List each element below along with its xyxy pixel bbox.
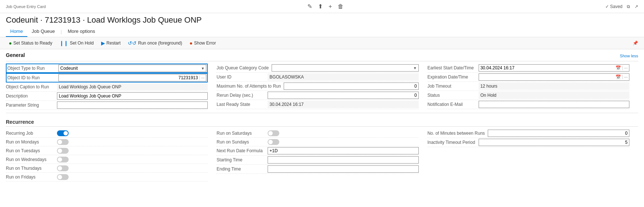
rerun-delay-input-wrap	[268, 92, 418, 99]
expiration-label: Expiration Date/Time	[428, 74, 479, 80]
no-minutes-field: No. of Minutes between Runs	[428, 129, 629, 138]
run-tuesdays-field: Run on Tuesdays	[6, 146, 208, 155]
description-input[interactable]	[57, 93, 207, 99]
user-id-label: User ID	[216, 74, 268, 80]
nav-tabs: Home Job Queue | More options	[0, 26, 644, 37]
run-thursdays-label: Run on Thursdays	[6, 166, 57, 171]
show-less-button[interactable]: Show less	[620, 54, 638, 58]
object-id-field: Object ID to Run ···	[6, 73, 208, 83]
expiration-input[interactable]	[479, 74, 614, 80]
show-error-button[interactable]: ● Show Error	[187, 39, 219, 47]
object-id-input[interactable]	[59, 74, 199, 81]
description-input-wrap	[57, 92, 208, 100]
set-status-ready-label: Set Status to Ready	[13, 41, 52, 46]
inactivity-timeout-input[interactable]	[479, 139, 629, 146]
run-thursdays-slider	[57, 165, 69, 171]
run-tuesdays-label: Run on Tuesdays	[6, 148, 57, 153]
edit-icon[interactable]: ✎	[307, 3, 312, 10]
expiration-ellipsis[interactable]: ···	[622, 75, 629, 79]
inactivity-timeout-field: Inactivity Timeout Period	[428, 138, 629, 147]
next-run-formula-label: Next Run Date Formula	[216, 148, 268, 153]
set-on-hold-label: Set On Hold	[70, 41, 93, 46]
pin-icon[interactable]: 📌	[633, 41, 638, 46]
rerun-delay-label: Rerun Delay (sec.)	[216, 93, 268, 98]
tab-more-options[interactable]: More options	[63, 26, 99, 37]
ending-time-input-wrap	[268, 165, 418, 173]
saved-label: ✓ Saved	[605, 4, 622, 9]
expiration-calendar-icon[interactable]: 📅	[614, 74, 622, 80]
no-minutes-input-wrap	[488, 130, 629, 137]
job-timeout-input	[479, 83, 629, 90]
inactivity-timeout-label: Inactivity Timeout Period	[428, 140, 479, 145]
run-fridays-toggle[interactable]	[57, 174, 69, 180]
ending-time-input[interactable]	[268, 166, 418, 172]
expiration-field: Expiration Date/Time 📅 ···	[428, 73, 629, 82]
set-status-ready-icon: ●	[9, 40, 12, 46]
max-attempts-input[interactable]	[284, 83, 418, 89]
window-restore-icon[interactable]: ⧉	[627, 4, 630, 9]
run-saturdays-toggle[interactable]	[268, 130, 279, 136]
object-id-ellipsis[interactable]: ···	[199, 76, 206, 80]
next-run-formula-input[interactable]	[268, 147, 418, 154]
status-input	[479, 92, 629, 99]
earliest-start-input-wrap: 📅 ···	[479, 64, 629, 72]
run-once-button[interactable]: ↺↺ Run once (foreground)	[125, 39, 185, 47]
rerun-delay-input[interactable]	[268, 92, 418, 99]
parameter-string-input[interactable]	[57, 102, 207, 108]
earliest-start-ellipsis[interactable]: ···	[622, 66, 629, 70]
job-queue-category-arrow: ▼	[412, 66, 418, 70]
run-tuesdays-toggle[interactable]	[57, 148, 69, 154]
parameter-string-label: Parameter String	[6, 103, 57, 108]
job-queue-category-select[interactable]	[272, 65, 412, 71]
run-thursdays-toggle[interactable]	[57, 165, 69, 171]
earliest-start-label: Earliest Start Date/Time	[428, 65, 479, 70]
action-bar: ● Set Status to Ready ❙❙ Set On Hold ▶ R…	[0, 37, 644, 49]
run-tuesdays-slider	[57, 148, 69, 154]
restart-button[interactable]: ▶ Restart	[98, 39, 124, 47]
set-on-hold-button[interactable]: ❙❙ Set On Hold	[57, 39, 96, 47]
parameter-string-field: Parameter String	[6, 101, 208, 110]
object-type-label: Object Type to Run	[7, 66, 58, 71]
object-id-label: Object ID to Run	[7, 75, 58, 80]
earliest-start-calendar-icon[interactable]: 📅	[614, 65, 622, 70]
max-attempts-label: Maximum No. of Attempts to Run	[216, 84, 284, 89]
tab-home[interactable]: Home	[6, 26, 27, 37]
starting-time-field: Starting Time	[216, 156, 418, 165]
object-type-select[interactable]: Codeunit	[59, 65, 199, 72]
earliest-start-input[interactable]	[479, 65, 614, 71]
status-field: Status	[428, 91, 629, 100]
job-queue-category-select-wrap[interactable]: ▼	[272, 64, 419, 72]
recurrence-section-title: Recurrence	[6, 119, 34, 125]
add-icon[interactable]: +	[329, 3, 332, 10]
description-label: Description	[6, 93, 57, 99]
run-sundays-toggle[interactable]	[268, 139, 279, 145]
recurring-job-toggle[interactable]	[57, 130, 69, 136]
ending-time-field: Ending Time	[216, 165, 418, 174]
notification-email-input-wrap	[479, 101, 629, 108]
tab-job-queue[interactable]: Job Queue	[27, 26, 60, 37]
notification-email-input[interactable]	[479, 101, 629, 108]
run-fridays-slider	[57, 174, 69, 180]
card-label: Job Queue Entry Card	[6, 4, 46, 9]
starting-time-input[interactable]	[268, 157, 418, 163]
run-fridays-field: Run on Fridays	[6, 173, 208, 181]
object-type-field: Object Type to Run Codeunit ▼	[6, 64, 208, 73]
run-mondays-field: Run on Mondays	[6, 138, 208, 146]
general-section-title: General	[6, 52, 25, 60]
run-mondays-label: Run on Mondays	[6, 139, 57, 145]
next-run-formula-input-wrap	[268, 147, 418, 154]
object-type-select-wrap[interactable]: Codeunit ▼	[58, 65, 206, 72]
run-wednesdays-toggle[interactable]	[57, 157, 69, 162]
object-id-value-wrap: ···	[58, 74, 206, 81]
expand-icon[interactable]: ↗	[635, 4, 638, 9]
run-saturdays-slider	[268, 130, 279, 136]
header-bar: Job Queue Entry Card ✎ ⬆ + 🗑 ✓ Saved ⧉ ↗	[0, 0, 644, 13]
run-wednesdays-label: Run on Wednesdays	[6, 157, 57, 162]
notification-email-label: Notification E-Mail	[428, 102, 479, 107]
run-mondays-toggle[interactable]	[57, 139, 69, 145]
run-sundays-field: Run on Sundays	[216, 138, 418, 146]
no-minutes-input[interactable]	[488, 130, 629, 137]
set-status-ready-button[interactable]: ● Set Status to Ready	[6, 39, 55, 47]
trash-icon[interactable]: 🗑	[338, 3, 344, 10]
share-icon[interactable]: ⬆	[318, 3, 323, 10]
